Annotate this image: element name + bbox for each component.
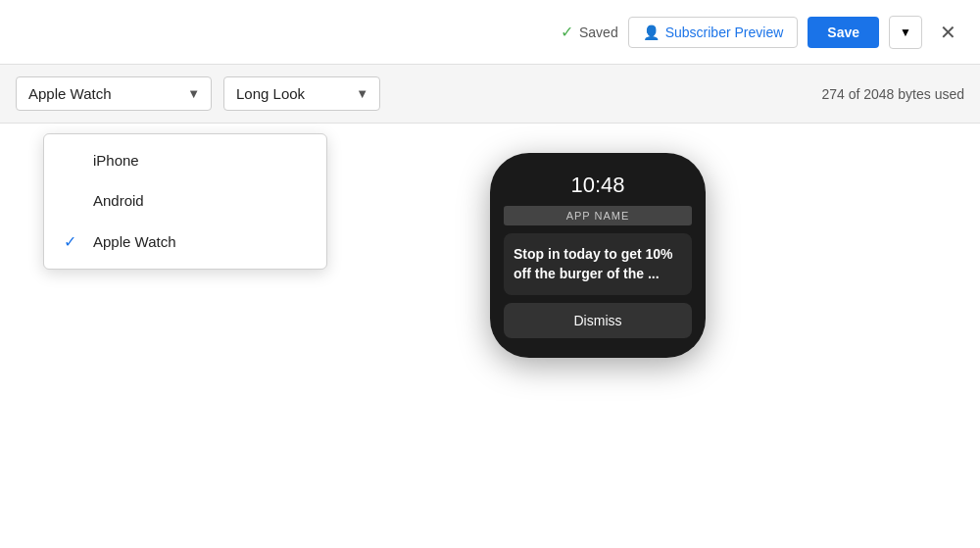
device-dropdown-menu: iPhone Android ✓ Apple Watch	[43, 133, 327, 270]
dropdown-item-android-label: Android	[93, 192, 144, 209]
dropdown-item-iphone-label: iPhone	[93, 152, 139, 169]
saved-indicator: ✓ Saved	[561, 23, 618, 41]
dropdown-item-android[interactable]: Android	[44, 180, 326, 221]
subscriber-preview-button[interactable]: 👤 Subscriber Preview	[628, 17, 799, 48]
header: ✓ Saved 👤 Subscriber Preview Save ▼ ✕	[0, 0, 980, 65]
check-icon: ✓	[561, 23, 573, 41]
person-icon: 👤	[643, 25, 660, 40]
watch-app-name: APP NAME	[504, 206, 692, 225]
save-button[interactable]: Save	[808, 17, 879, 48]
dropdown-item-apple-watch-label: Apple Watch	[93, 233, 176, 250]
watch-container: 10:48 APP NAME Stop in today to get 10% …	[490, 153, 706, 358]
watch-message: Stop in today to get 10% off the burger …	[504, 233, 692, 295]
close-button[interactable]: ✕	[932, 17, 964, 48]
save-dropdown-button[interactable]: ▼	[889, 16, 922, 49]
toolbar: iPhone Android Apple Watch ▼ Long Look S…	[0, 65, 980, 124]
dropdown-item-apple-watch[interactable]: ✓ Apple Watch	[44, 221, 326, 263]
device-select-wrapper: iPhone Android Apple Watch ▼	[16, 76, 212, 111]
view-select[interactable]: Long Look Short Look	[223, 76, 380, 111]
watch-dismiss: Dismiss	[504, 303, 692, 338]
device-select[interactable]: iPhone Android Apple Watch	[16, 76, 212, 111]
dropdown-item-iphone[interactable]: iPhone	[44, 140, 326, 180]
subscriber-preview-label: Subscriber Preview	[665, 25, 784, 40]
chevron-down-icon: ▼	[900, 25, 911, 39]
checkmark-icon: ✓	[64, 232, 83, 251]
main-content: iPhone Android ✓ Apple Watch 10:48 APP N…	[0, 124, 980, 548]
watch-body: 10:48 APP NAME Stop in today to get 10% …	[490, 153, 706, 358]
bytes-info: 274 of 2048 bytes used	[821, 86, 964, 102]
view-select-wrapper: Long Look Short Look ▼	[223, 76, 380, 111]
saved-label: Saved	[579, 25, 618, 40]
watch-time: 10:48	[504, 173, 692, 198]
